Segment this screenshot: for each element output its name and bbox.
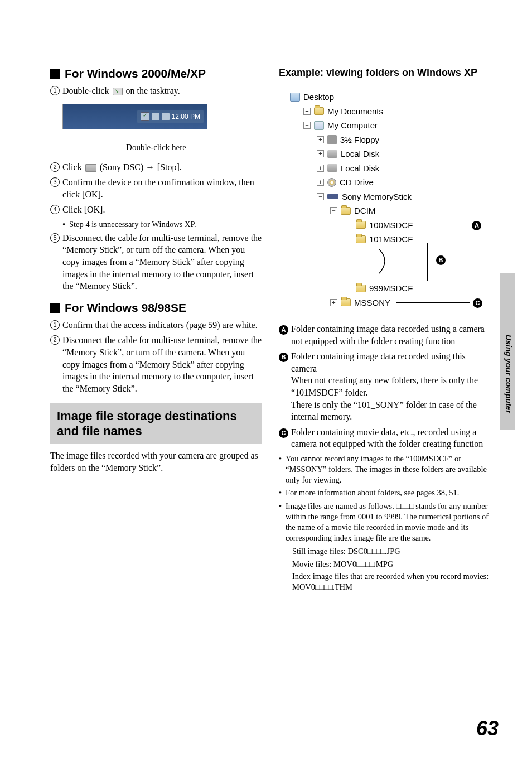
left-column: For Windows 2000/Me/XP 1 Double-click on… (50, 67, 262, 595)
heading-win2000: For Windows 2000/Me/XP (50, 67, 262, 80)
folder-icon (314, 107, 324, 115)
step-98-1: 1 Confirm that the access indicators (pa… (50, 319, 262, 331)
example-heading: Example: viewing folders on Windows XP (279, 67, 493, 79)
disk-icon (327, 164, 337, 172)
ellipsis-curve-icon (374, 247, 429, 277)
step1-text-a: Double-click (62, 86, 109, 95)
heading-win98: For Windows 98/98SE (50, 301, 262, 315)
memorystick-icon (327, 194, 338, 199)
step1-text-b: on the tasktray. (126, 86, 180, 95)
still-a: Still image files: DSC0 (292, 547, 367, 556)
step-3: 3 Confirm the device on the confirmation… (50, 176, 262, 200)
tree-label: My Computer (327, 118, 378, 133)
annot-a-text: Folder containing image data recorded us… (291, 323, 493, 347)
placeholder-boxes-icon (367, 547, 385, 556)
heading-text: For Windows 98/98SE (65, 301, 186, 315)
tree-desktop: Desktop (290, 90, 493, 104)
tree-mycomputer: − My Computer (303, 118, 493, 133)
collapse-icon: − (303, 122, 311, 129)
tree-label: Local Disk (341, 147, 379, 161)
step98-1-text: Confirm that the access indicators (page… (62, 319, 262, 331)
step-number-2: 2 (50, 162, 60, 172)
bracket-mid (427, 243, 428, 281)
step4-text: Click [OK]. (62, 204, 262, 216)
step-4-note: • Step 4 is unnecessary for Windows XP. (62, 219, 262, 230)
thm-b: .THM (332, 582, 352, 591)
step-4: 4 Click [OK]. (50, 204, 262, 216)
note3-text-a: Image files are named as follows. (286, 502, 396, 510)
desktop-icon (290, 93, 300, 102)
placeholder-boxes-icon (315, 582, 332, 591)
step5-text: Disconnect the cable for multi-use termi… (62, 232, 262, 292)
step-number-1b: 1 (50, 320, 60, 330)
tree-100msdcf: 100MSDCF A (356, 218, 493, 233)
folder-icon (341, 298, 351, 306)
movie-a: Movie files: MOV0 (292, 560, 356, 568)
note1-text: You cannot record any images to the “100… (286, 454, 493, 485)
taskbar-time: 12:00 PM (172, 113, 200, 120)
note-1: • You cannot record any images to the “1… (279, 454, 493, 485)
tree-localdisk-1: + Local Disk (317, 147, 493, 161)
annotation-list: A Folder containing image data recorded … (279, 323, 493, 450)
annot-c-text: Folder containing movie data, etc., reco… (291, 426, 493, 450)
marker-a-icon: A (279, 325, 288, 335)
step-number-5: 5 (50, 233, 60, 243)
step-number-2b: 2 (50, 335, 60, 345)
step-number-3: 3 (50, 177, 60, 187)
annot-b2-text: When not creating any new folders, there… (291, 375, 478, 397)
page-number: 63 (476, 717, 499, 740)
step-1: 1 Double-click on the tasktray. (50, 85, 262, 97)
leader-line (418, 225, 468, 225)
notes-list: • You cannot record any images to the “1… (279, 454, 493, 592)
tree-mssony: + MSSONY C (330, 296, 493, 310)
marker-b-icon: B (279, 353, 288, 362)
page-content: For Windows 2000/Me/XP 1 Double-click on… (0, 0, 532, 617)
folder-tree: Desktop + My Documents − My Computer + 3… (290, 90, 493, 310)
annot-a: A Folder containing image data recorded … (279, 323, 493, 347)
sub-movie: – Movie files: MOV0.MPG (286, 559, 493, 570)
tree-label: DCIM (354, 204, 375, 218)
side-tab-label: Using your computer (504, 335, 513, 413)
movie-b: .MPG (374, 560, 393, 568)
folder-icon (356, 221, 366, 229)
step98-2-text: Disconnect the cable for multi-use termi… (62, 334, 262, 394)
taskbar-caption: Double-click here (50, 143, 262, 152)
system-tray: 12:00 PM (137, 110, 204, 123)
sub-still: – Still image files: DSC0.JPG (286, 546, 493, 557)
tray-icon (152, 113, 159, 120)
step-98-2: 2 Disconnect the cable for multi-use ter… (50, 334, 262, 394)
arrow-icon: → (146, 162, 157, 172)
tree-label: 999MSDCF (369, 281, 413, 296)
tree-label: Desktop (303, 90, 334, 104)
step2-a: Click (62, 162, 82, 172)
placeholder-boxes-icon (396, 502, 414, 510)
annot-b3-text: There is only the “101_SONY” folder in c… (291, 400, 477, 422)
tree-101msdcf: 101MSDCF (356, 232, 493, 247)
annot-b1-text: Folder containing image data recorded us… (291, 351, 466, 373)
step3-text: Confirm the device on the confirmation w… (62, 176, 262, 200)
disk-icon (327, 150, 337, 158)
folder-icon (356, 235, 366, 243)
tray-remove-icon (141, 112, 149, 121)
right-column: Example: viewing folders on Windows XP D… (279, 67, 493, 595)
square-bullet-icon (50, 69, 60, 79)
tree-mydocuments: + My Documents (303, 104, 493, 119)
expand-icon: + (303, 108, 311, 115)
marker-c-icon: C (279, 428, 288, 438)
tree-localdisk-2: + Local Disk (317, 161, 493, 176)
step-2: 2 Click (Sony DSC) → [Stop]. (50, 161, 262, 173)
note-2: • For more information about folders, se… (279, 488, 493, 498)
tree-floppy: + 3½ Floppy (317, 133, 493, 147)
placeholder-boxes-icon (356, 560, 374, 568)
tree-label: 101MSDCF (369, 232, 413, 247)
tree-dcim: − DCIM (330, 204, 493, 218)
tree-label: My Documents (327, 104, 383, 119)
sub-thm: – Index image files that are recorded wh… (286, 571, 493, 592)
computer-icon (314, 121, 324, 130)
still-b: .JPG (385, 547, 400, 556)
expand-icon: + (330, 299, 337, 306)
tree-memorystick: − Sony MemoryStick (317, 190, 493, 204)
annot-c: C Folder containing movie data, etc., re… (279, 426, 493, 450)
annot-b: B Folder containing image data recorded … (279, 350, 493, 423)
tree-label: MSSONY (354, 296, 390, 310)
